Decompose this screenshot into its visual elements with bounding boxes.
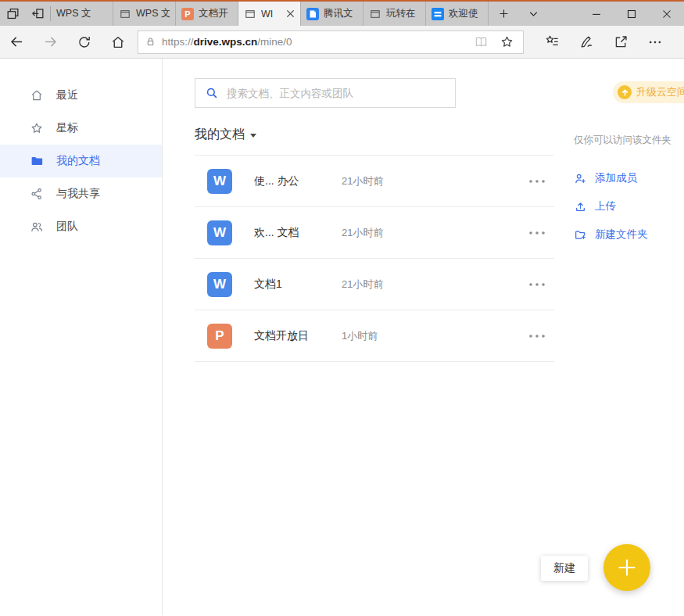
plus-icon bbox=[617, 557, 637, 578]
toolbar-right-group bbox=[535, 26, 672, 58]
window-icon bbox=[369, 8, 381, 20]
address-bar[interactable]: https://drive.wps.cn/mine/0 bbox=[138, 30, 524, 54]
file-row[interactable]: W 欢... 文档 21小时前 bbox=[195, 207, 554, 259]
file-modified-time: 1小时前 bbox=[342, 329, 378, 343]
browser-tab-bar: WPS 文 WPS 文 P 文档开 WI 腾讯文 玩转在 欢迎使 bbox=[0, 2, 684, 26]
tab-label: WPS 文 bbox=[56, 7, 107, 20]
folder-title-dropdown[interactable]: 我的文档 bbox=[195, 127, 554, 143]
tab-wps-presentation[interactable]: P 文档开 bbox=[176, 2, 238, 26]
sidebar-item-label: 与我共享 bbox=[56, 187, 100, 201]
lock-icon bbox=[145, 36, 156, 48]
back-icon[interactable] bbox=[0, 26, 34, 58]
tab-preview-icon[interactable] bbox=[0, 2, 25, 26]
row-more-icon[interactable] bbox=[529, 231, 545, 235]
sidebar-item-label: 团队 bbox=[56, 220, 78, 234]
set-tabs-aside-icon[interactable] bbox=[25, 2, 50, 26]
tab-wps-1[interactable]: WPS 文 bbox=[51, 2, 113, 26]
sidebar-item-starred[interactable]: 星标 bbox=[0, 112, 162, 145]
folder-action-list: 添加成员 上传 新建文件夹 bbox=[554, 164, 684, 249]
chevron-down-icon bbox=[250, 134, 256, 138]
new-folder-button[interactable]: 新建文件夹 bbox=[554, 220, 684, 249]
wps-writer-icon: W bbox=[207, 169, 232, 194]
favorites-hub-icon[interactable] bbox=[535, 26, 569, 58]
wps-drive-page: 最近 星标 我的文档 与我共享 团队 我的文档 bbox=[0, 59, 684, 615]
file-area: 我的文档 W 使... 办公 21小时前 W 欢... 文档 21小时前 W 文… bbox=[163, 59, 554, 615]
new-tooltip-label: 新建 bbox=[553, 561, 575, 575]
minimize-button[interactable] bbox=[578, 2, 614, 26]
url-text[interactable]: https://drive.wps.cn/mine/0 bbox=[162, 36, 465, 48]
share-icon bbox=[30, 187, 44, 201]
favorite-star-icon[interactable] bbox=[496, 34, 517, 49]
close-tab-icon[interactable] bbox=[286, 9, 295, 18]
sidebar-item-recent[interactable]: 最近 bbox=[0, 79, 162, 112]
sidebar-item-teams[interactable]: 团队 bbox=[0, 210, 162, 243]
file-list: W 使... 办公 21小时前 W 欢... 文档 21小时前 W 文档1 21… bbox=[195, 155, 554, 362]
folder-actions-panel: 升级云空间 仅你可以访问该文件夹 添加成员 上传 新建文件夹 bbox=[554, 59, 684, 615]
folder-access-note: 仅你可以访问该文件夹 bbox=[554, 134, 684, 147]
maximize-button[interactable] bbox=[614, 2, 649, 26]
welcome-page-icon bbox=[432, 8, 444, 20]
tab-wanzhuan[interactable]: 玩转在 bbox=[363, 2, 426, 26]
file-modified-time: 21小时前 bbox=[342, 226, 383, 240]
action-label: 添加成员 bbox=[595, 171, 637, 185]
tab-label: WI bbox=[261, 9, 281, 20]
file-name: 文档1 bbox=[254, 278, 342, 292]
folder-icon bbox=[30, 154, 44, 168]
web-note-pen-icon[interactable] bbox=[569, 26, 603, 58]
upgrade-cloud-space-button[interactable]: 升级云空间 bbox=[613, 81, 684, 103]
sidebar-item-label: 最近 bbox=[56, 88, 78, 102]
create-new-fab[interactable] bbox=[603, 544, 650, 591]
file-row[interactable]: W 文档1 21小时前 bbox=[195, 259, 554, 310]
file-row[interactable]: W 使... 办公 21小时前 bbox=[195, 156, 554, 207]
share-page-icon[interactable] bbox=[603, 26, 638, 58]
file-name: 使... 办公 bbox=[254, 174, 342, 188]
forward-icon[interactable] bbox=[34, 26, 67, 58]
sidebar-item-label: 星标 bbox=[56, 121, 78, 135]
home-button-icon[interactable] bbox=[101, 26, 134, 58]
refresh-icon[interactable] bbox=[67, 26, 101, 58]
team-icon bbox=[30, 220, 44, 234]
sidebar-item-shared-with-me[interactable]: 与我共享 bbox=[0, 177, 162, 210]
row-more-icon[interactable] bbox=[529, 283, 545, 286]
tab-active-wps-drive[interactable]: WI bbox=[238, 2, 301, 26]
file-modified-time: 21小时前 bbox=[342, 174, 383, 188]
star-icon bbox=[30, 121, 44, 135]
tabs-dropdown-button[interactable] bbox=[518, 2, 548, 26]
upload-icon bbox=[574, 200, 587, 213]
new-tab-button[interactable] bbox=[489, 2, 518, 26]
add-member-button[interactable]: 添加成员 bbox=[554, 164, 684, 192]
more-actions-icon[interactable] bbox=[638, 26, 672, 58]
tab-label: 文档开 bbox=[199, 7, 232, 20]
window-icon bbox=[119, 8, 131, 20]
wps-presentation-icon: P bbox=[181, 8, 194, 20]
tencent-docs-icon bbox=[306, 8, 319, 20]
row-more-icon[interactable] bbox=[529, 180, 545, 183]
close-window-button[interactable] bbox=[649, 2, 684, 26]
tab-label: 腾讯文 bbox=[324, 7, 357, 20]
upload-button[interactable]: 上传 bbox=[554, 192, 684, 220]
row-more-icon[interactable] bbox=[529, 335, 545, 338]
page-title: 我的文档 bbox=[195, 127, 245, 143]
action-label: 上传 bbox=[595, 199, 616, 213]
window-icon bbox=[244, 8, 256, 20]
new-tooltip: 新建 bbox=[541, 556, 588, 581]
search-input[interactable] bbox=[227, 88, 446, 99]
tab-welcome[interactable]: 欢迎使 bbox=[426, 2, 489, 26]
tab-label: WPS 文 bbox=[136, 7, 170, 20]
add-member-icon bbox=[574, 172, 587, 185]
reading-view-icon[interactable] bbox=[471, 34, 491, 49]
file-row[interactable]: P 文档开放日 1小时前 bbox=[195, 310, 554, 362]
sidebar-item-my-documents[interactable]: 我的文档 bbox=[0, 145, 162, 177]
tab-label: 欢迎使 bbox=[449, 7, 482, 20]
upgrade-label: 升级云空间 bbox=[636, 85, 684, 99]
wps-writer-icon: W bbox=[207, 220, 232, 245]
browser-toolbar: https://drive.wps.cn/mine/0 bbox=[0, 26, 684, 59]
search-icon bbox=[205, 86, 219, 100]
search-bar[interactable] bbox=[195, 78, 456, 108]
tab-tencent-docs[interactable]: 腾讯文 bbox=[301, 2, 363, 26]
file-name: 欢... 文档 bbox=[254, 226, 342, 240]
titlebar-drag-area bbox=[548, 2, 578, 26]
tab-wps-2[interactable]: WPS 文 bbox=[113, 2, 176, 26]
upgrade-arrow-icon bbox=[618, 85, 632, 99]
home-icon bbox=[30, 88, 44, 102]
